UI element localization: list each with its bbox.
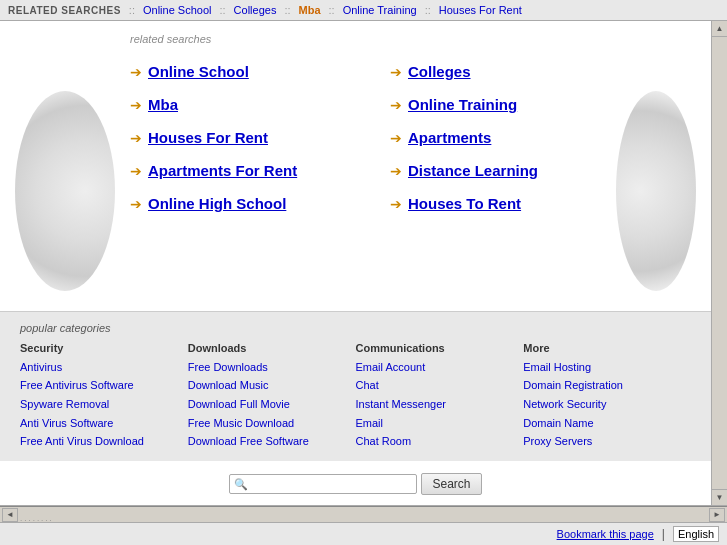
search-link-houses-to-rent[interactable]: Houses To Rent [408,195,521,212]
category-security-header: Security [20,342,188,354]
list-item: ➔ Online School [130,55,390,88]
list-item: ➔ Houses To Rent [390,187,650,220]
link-email-hosting[interactable]: Email Hosting [523,358,691,377]
search-link-online-school[interactable]: Online School [148,63,249,80]
sep4: :: [329,4,335,16]
related-searches-title: related searches [130,33,691,45]
categories-grid: Security Antivirus Free Antivirus Softwa… [20,342,691,451]
search-link-online-training[interactable]: Online Training [408,96,517,113]
scroll-track-h: ........ [20,510,709,520]
search-link-mba[interactable]: Mba [148,96,178,113]
search-input-wrapper: 🔍 [229,474,417,494]
sep2: :: [219,4,225,16]
link-email[interactable]: Email [356,414,524,433]
search-bar-section: 🔍 Search [0,461,711,505]
scroll-left-button[interactable]: ◄ [2,508,18,522]
related-searches-label: RELATED SEARCHES [8,5,121,16]
arrow-icon: ➔ [390,163,402,179]
search-link-online-high-school[interactable]: Online High School [148,195,286,212]
scroll-up-icon: ▲ [716,24,724,33]
topbar-link-2[interactable]: Mba [299,4,321,16]
topbar-link-3[interactable]: Online Training [343,4,417,16]
scroll-left-icon: ◄ [6,510,14,519]
arrow-icon: ➔ [130,64,142,80]
link-free-downloads[interactable]: Free Downloads [188,358,356,377]
popular-categories-title: popular categories [20,322,691,334]
search-link-colleges[interactable]: Colleges [408,63,471,80]
arrow-icon: ➔ [130,97,142,113]
search-input[interactable] [252,477,412,491]
arrow-icon: ➔ [390,130,402,146]
decoration-right [616,91,696,291]
link-spyware[interactable]: Spyware Removal [20,395,188,414]
arrow-icon: ➔ [390,64,402,80]
link-download-music[interactable]: Download Music [188,376,356,395]
sep1: :: [129,4,135,16]
list-item: ➔ Apartments For Rent [130,154,390,187]
search-button[interactable]: Search [421,473,481,495]
arrow-icon: ➔ [390,97,402,113]
topbar-link-0[interactable]: Online School [143,4,212,16]
category-downloads: Downloads Free Downloads Download Music … [188,342,356,451]
list-item: ➔ Colleges [390,55,650,88]
search-link-distance-learning[interactable]: Distance Learning [408,162,538,179]
popular-categories: popular categories Security Antivirus Fr… [0,311,711,461]
category-security: Security Antivirus Free Antivirus Softwa… [20,342,188,451]
scroll-up-button[interactable]: ▲ [712,21,727,37]
scroll-down-button[interactable]: ▼ [712,489,727,505]
category-communications-header: Communications [356,342,524,354]
sep3: :: [284,4,290,16]
category-downloads-header: Downloads [188,342,356,354]
category-communications: Communications Email Account Chat Instan… [356,342,524,451]
language-selector[interactable]: English [673,526,719,542]
arrow-icon: ➔ [130,130,142,146]
search-grid: ➔ Online School ➔ Colleges ➔ Mba [130,55,650,220]
link-proxy-servers[interactable]: Proxy Servers [523,432,691,451]
category-more: More Email Hosting Domain Registration N… [523,342,691,451]
link-domain-name[interactable]: Domain Name [523,414,691,433]
list-item: ➔ Online High School [130,187,390,220]
bottom-area: ◄ ........ ► Bookmark this page | Englis… [0,505,727,545]
topbar-link-1[interactable]: Colleges [234,4,277,16]
list-item: ➔ Distance Learning [390,154,650,187]
list-item: ➔ Mba [130,88,390,121]
scroll-right-button[interactable]: ► [709,508,725,522]
arrow-icon: ➔ [390,196,402,212]
scroll-track [712,37,727,489]
arrow-icon: ➔ [130,196,142,212]
link-antivirus[interactable]: Antivirus [20,358,188,377]
sep5: :: [425,4,431,16]
link-download-movie[interactable]: Download Full Movie [188,395,356,414]
link-free-music-dl[interactable]: Free Music Download [188,414,356,433]
search-link-apartments-for-rent[interactable]: Apartments For Rent [148,162,297,179]
link-download-free-sw[interactable]: Download Free Software [188,432,356,451]
status-bar: Bookmark this page | English [0,522,727,545]
search-link-apartments[interactable]: Apartments [408,129,491,146]
link-network-security[interactable]: Network Security [523,395,691,414]
list-item: ➔ Online Training [390,88,650,121]
link-instant-messenger[interactable]: Instant Messenger [356,395,524,414]
horizontal-scrollbar[interactable]: ◄ ........ ► [0,506,727,522]
link-domain-reg[interactable]: Domain Registration [523,376,691,395]
search-glass-icon: 🔍 [234,478,248,491]
vertical-scrollbar[interactable]: ▲ ▼ [711,21,727,505]
link-free-antivirus[interactable]: Free Antivirus Software [20,376,188,395]
top-bar: RELATED SEARCHES :: Online School :: Col… [0,0,727,21]
link-chat-room[interactable]: Chat Room [356,432,524,451]
category-more-header: More [523,342,691,354]
bookmark-link[interactable]: Bookmark this page [557,528,654,540]
arrow-icon: ➔ [130,163,142,179]
scroll-down-icon: ▼ [716,493,724,502]
link-email-account[interactable]: Email Account [356,358,524,377]
decoration-left [15,91,115,291]
list-item: ➔ Apartments [390,121,650,154]
link-anti-virus-sw[interactable]: Anti Virus Software [20,414,188,433]
scroll-right-icon: ► [713,510,721,519]
list-item: ➔ Houses For Rent [130,121,390,154]
link-chat[interactable]: Chat [356,376,524,395]
separator: | [662,527,665,541]
link-free-anti-virus-dl[interactable]: Free Anti Virus Download [20,432,188,451]
topbar-link-4[interactable]: Houses For Rent [439,4,522,16]
search-link-houses-for-rent[interactable]: Houses For Rent [148,129,268,146]
